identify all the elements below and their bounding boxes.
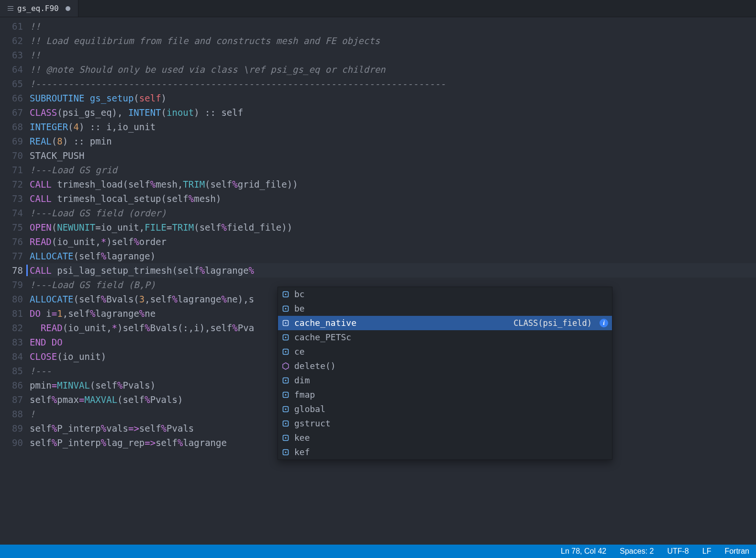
token: TRIM bbox=[183, 179, 205, 190]
code-line[interactable]: REAL(8) :: pmin bbox=[30, 134, 756, 148]
code-line[interactable]: OPEN(NEWUNIT=io_unit,FILE=TRIM(self%fiel… bbox=[30, 220, 756, 234]
autocomplete-popup[interactable]: bcbecache_nativeCLASS(psi_field)icache_P… bbox=[278, 287, 612, 460]
suggest-item[interactable]: delete() bbox=[278, 359, 612, 373]
line-number: 84 bbox=[0, 349, 23, 364]
suggest-item[interactable]: kef bbox=[278, 445, 612, 459]
token: order bbox=[139, 236, 167, 247]
token: lagrange bbox=[95, 308, 139, 319]
line-number: 61 bbox=[0, 19, 23, 33]
token: (io_unit, bbox=[63, 323, 112, 333]
code-line[interactable]: !! bbox=[30, 19, 756, 33]
token: % bbox=[172, 294, 177, 304]
token: TRIM bbox=[172, 222, 194, 233]
token: * bbox=[112, 323, 117, 333]
code-line[interactable]: INTEGER(4) :: i,io_unit bbox=[30, 120, 756, 134]
line-number: 73 bbox=[0, 191, 23, 206]
svg-point-15 bbox=[285, 409, 287, 410]
tab-bar: gs_eq.F90 bbox=[0, 0, 756, 17]
line-number: 76 bbox=[0, 234, 23, 249]
code-line[interactable]: !! @note Should only be used via class \… bbox=[30, 62, 756, 77]
token: gs_setup bbox=[90, 93, 134, 103]
code-line[interactable]: SUBROUTINE gs_setup(self) bbox=[30, 91, 756, 105]
suggest-item[interactable]: be bbox=[278, 301, 612, 316]
tab-filename: gs_eq.F90 bbox=[17, 4, 59, 13]
status-eol[interactable]: LF bbox=[702, 547, 712, 556]
suggest-item[interactable]: bc bbox=[278, 287, 612, 301]
token: self bbox=[139, 423, 161, 434]
suggest-label: cache_native bbox=[294, 316, 356, 330]
suggest-label: global bbox=[294, 402, 325, 416]
line-number: 69 bbox=[0, 134, 23, 148]
editor-tab[interactable]: gs_eq.F90 bbox=[0, 0, 78, 17]
svg-point-9 bbox=[285, 351, 287, 353]
line-number: 80 bbox=[0, 292, 23, 306]
svg-point-1 bbox=[285, 294, 287, 295]
token: OPEN bbox=[30, 222, 52, 233]
token: lagrange) bbox=[106, 251, 156, 261]
code-line[interactable]: !! bbox=[30, 48, 756, 62]
status-language[interactable]: Fortran bbox=[724, 547, 749, 556]
token: lagrange bbox=[205, 265, 249, 276]
code-line[interactable]: !! Load equilibrium from file and constr… bbox=[30, 33, 756, 48]
status-position[interactable]: Ln 78, Col 42 bbox=[561, 547, 606, 556]
code-area[interactable]: !!!! Load equilibrium from file and cons… bbox=[30, 19, 756, 545]
suggest-item[interactable]: ce bbox=[278, 345, 612, 359]
token: END DO bbox=[30, 337, 63, 347]
token: % bbox=[221, 294, 226, 304]
code-line[interactable]: CALL trimesh_local_setup(self%mesh) bbox=[30, 191, 756, 206]
code-line[interactable]: CLASS(psi_gs_eq), INTENT(inout) :: self bbox=[30, 105, 756, 120]
token: Bvals(:,i),self bbox=[150, 323, 233, 333]
suggest-label: ce bbox=[294, 345, 305, 359]
status-spaces[interactable]: Spaces: 2 bbox=[620, 547, 654, 556]
token: 4 bbox=[74, 122, 79, 132]
status-bar: Ln 78, Col 42 Spaces: 2 UTF-8 LF Fortran bbox=[0, 545, 756, 558]
line-number: 67 bbox=[0, 105, 23, 120]
code-line[interactable]: CALL trimesh_load(self%mesh,TRIM(self%gr… bbox=[30, 177, 756, 191]
token: ( bbox=[52, 222, 57, 233]
line-number: 75 bbox=[0, 220, 23, 234]
code-line[interactable]: ALLOCATE(self%lagrange) bbox=[30, 249, 756, 263]
suggest-item[interactable]: cache_PETSc bbox=[278, 330, 612, 345]
token: SUBROUTINE bbox=[30, 93, 84, 103]
method-icon bbox=[282, 362, 289, 370]
token: lagrange bbox=[183, 437, 227, 448]
suggest-item[interactable]: kee bbox=[278, 431, 612, 445]
editor[interactable]: 6162636465666768697071727374757677787980… bbox=[0, 17, 756, 545]
token: ALLOCATE bbox=[30, 294, 74, 304]
field-icon bbox=[282, 391, 289, 399]
line-number: 78 bbox=[0, 263, 23, 278]
line-number: 88 bbox=[0, 407, 23, 421]
suggest-label: gstruct bbox=[294, 416, 331, 431]
suggest-item[interactable]: cache_nativeCLASS(psi_field)i bbox=[278, 316, 612, 330]
token: self bbox=[139, 93, 161, 103]
code-line[interactable]: !---------------------------------------… bbox=[30, 77, 756, 91]
token: % bbox=[90, 308, 95, 319]
code-line[interactable]: !---Load GS field (order) bbox=[30, 206, 756, 220]
info-icon[interactable]: i bbox=[600, 319, 608, 327]
suggest-item[interactable]: fmap bbox=[278, 388, 612, 402]
token: self bbox=[30, 394, 52, 405]
code-line[interactable]: CALL psi_lag_setup_trimesh(self%lagrange… bbox=[30, 263, 756, 278]
token: i bbox=[41, 308, 52, 319]
token: !! bbox=[30, 21, 41, 32]
line-number: 63 bbox=[0, 48, 23, 62]
line-number: 68 bbox=[0, 120, 23, 134]
token: ( bbox=[68, 122, 73, 132]
line-number: 72 bbox=[0, 177, 23, 191]
suggest-label: cache_PETSc bbox=[294, 330, 351, 345]
token: READ bbox=[41, 323, 63, 333]
suggest-item[interactable]: gstruct bbox=[278, 416, 612, 431]
code-line[interactable]: !---Load GS grid bbox=[30, 163, 756, 177]
status-encoding[interactable]: UTF-8 bbox=[667, 547, 689, 556]
suggest-item[interactable]: dim bbox=[278, 373, 612, 388]
token bbox=[84, 93, 89, 103]
line-number: 82 bbox=[0, 321, 23, 335]
token: ALLOCATE bbox=[30, 251, 74, 261]
suggest-type: CLASS(psi_field) bbox=[513, 316, 592, 330]
token: % bbox=[52, 437, 57, 448]
suggest-item[interactable]: global bbox=[278, 402, 612, 416]
line-number: 86 bbox=[0, 378, 23, 392]
code-line[interactable]: STACK_PUSH bbox=[30, 148, 756, 163]
token: MAXVAL bbox=[84, 394, 117, 405]
code-line[interactable]: READ(io_unit,*)self%order bbox=[30, 234, 756, 249]
